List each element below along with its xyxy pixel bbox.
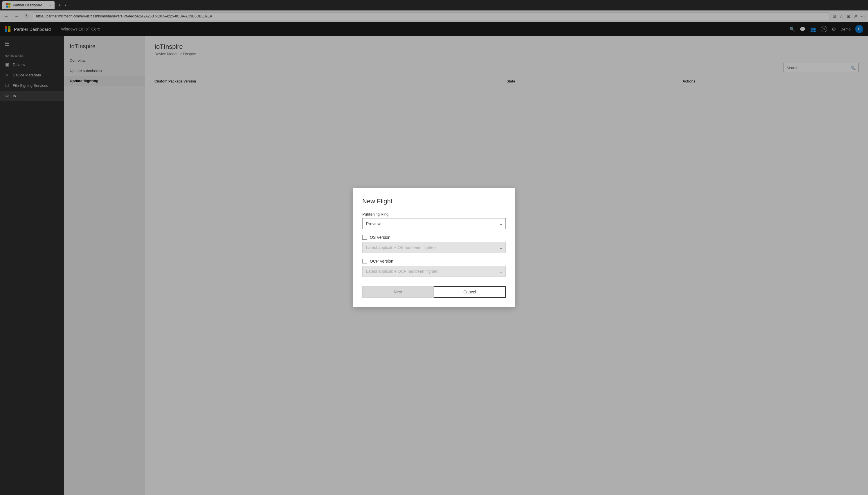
modal-title: New Flight xyxy=(362,198,506,205)
modal-overlay: New Flight Publishing Ring Preview Produ… xyxy=(145,36,868,495)
ocp-version-checkbox[interactable] xyxy=(362,259,367,263)
os-version-label: OS Version xyxy=(370,235,390,240)
ocp-version-wrapper: Latest applicable OCP has been flighted … xyxy=(362,266,506,277)
main-layout: ☰ HARDWARE ▣ Drivers ≡ Device Metadata ☐… xyxy=(0,36,868,495)
os-version-checkbox-row: OS Version xyxy=(362,235,506,240)
modal-buttons: Next Cancel xyxy=(362,286,506,298)
ocp-version-label: OCP Version xyxy=(370,259,393,263)
main-content: IoTInspire Device Model: IoTInspire 🔍 Cu… xyxy=(145,36,868,495)
ocp-version-select[interactable]: Latest applicable OCP has been flighted xyxy=(362,266,506,277)
cancel-button[interactable]: Cancel xyxy=(434,286,506,298)
new-flight-modal: New Flight Publishing Ring Preview Produ… xyxy=(353,188,515,307)
ocp-version-checkbox-row: OCP Version xyxy=(362,259,506,263)
content-area: IoTInspire Overview Update submission Up… xyxy=(64,36,868,495)
next-button[interactable]: Next xyxy=(362,286,434,298)
os-version-select[interactable]: Latest applicable OS has been flighted xyxy=(362,242,506,253)
publishing-ring-label: Publishing Ring xyxy=(362,212,506,217)
publishing-ring-wrapper: Preview Production ⌄ xyxy=(362,218,506,229)
os-version-wrapper: Latest applicable OS has been flighted ⌄ xyxy=(362,242,506,253)
os-version-checkbox[interactable] xyxy=(362,235,367,240)
publishing-ring-select[interactable]: Preview Production xyxy=(362,218,506,229)
